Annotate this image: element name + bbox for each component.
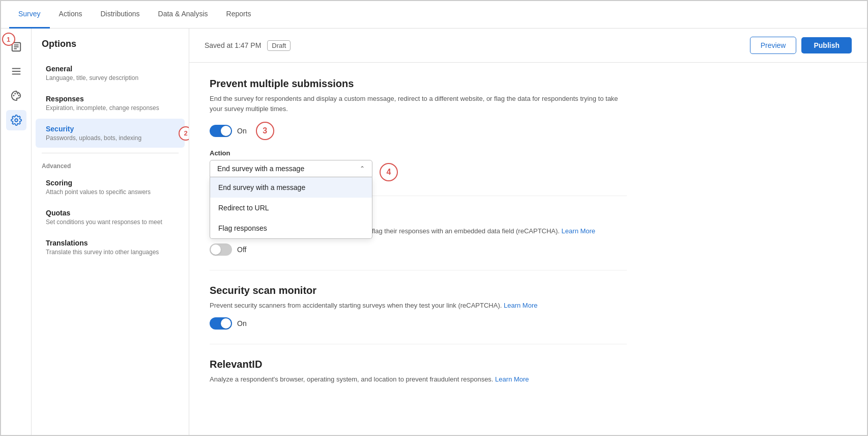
chevron-up-icon: ⌃: [360, 165, 365, 172]
translations-desc: Translate this survey into other languag…: [46, 249, 175, 256]
scoring-desc: Attach point values to specific answers: [46, 188, 175, 196]
action-dropdown-selected[interactable]: End survey with a message ⌃: [210, 160, 372, 177]
security-scan-desc: Prevent security scanners from accidenta…: [210, 301, 627, 311]
preview-button[interactable]: Preview: [750, 37, 797, 54]
annotation-badge-4: 4: [380, 163, 398, 181]
bot-detection-toggle-row: Off: [210, 243, 627, 256]
prevent-multiple-toggle-label: On: [237, 127, 247, 135]
svg-point-8: [14, 93, 16, 95]
main-layout: 1: [1, 29, 867, 435]
security-scan-title: Security scan monitor: [210, 285, 627, 296]
saved-text: Saved at 1:47 PM: [205, 41, 261, 49]
sidebar-item-general[interactable]: General Language, title, survey descript…: [36, 59, 185, 88]
responses-desc: Expiration, incomplete, change responses: [46, 104, 175, 112]
icon-sidebar: 1: [1, 29, 32, 435]
dropdown-row: End survey with a message ⌃ End survey w…: [210, 160, 627, 181]
divider-3: [210, 344, 627, 344]
action-dropdown-menu: End survey with a message Redirect to UR…: [210, 177, 372, 239]
scoring-label: Scoring: [46, 179, 175, 187]
action-label: Action: [210, 149, 627, 157]
sidebar-item-security[interactable]: Security Passwords, uploads, bots, index…: [36, 119, 185, 148]
bot-detection-toggle-label: Off: [237, 246, 246, 254]
nav-tab-data-analysis[interactable]: Data & Analysis: [149, 1, 217, 29]
sidebar-icon-paint[interactable]: [6, 86, 26, 106]
quotas-label: Quotas: [46, 209, 175, 217]
sidebar-item-translations[interactable]: Translations Translate this survey into …: [36, 233, 185, 262]
header-right: Preview Publish: [750, 37, 852, 54]
app-container: Survey Actions Distributions Data & Anal…: [0, 0, 868, 436]
divider-2: [210, 270, 627, 270]
security-scan-toggle-label: On: [237, 319, 247, 328]
prevent-multiple-desc: End the survey for respondents and displ…: [210, 94, 627, 114]
security-scan-learn-more-link[interactable]: Learn More: [504, 302, 537, 309]
dropdown-item-redirect[interactable]: Redirect to URL: [210, 198, 372, 218]
sidebar-icon-list[interactable]: [6, 61, 26, 81]
prevent-multiple-toggle-row: On 3: [210, 122, 627, 140]
sidebar-item-scoring[interactable]: Scoring Attach point values to specific …: [36, 173, 185, 202]
toggle-knob: [221, 126, 231, 136]
dropdown-item-end-survey[interactable]: End survey with a message: [210, 177, 372, 198]
bot-toggle-knob: [211, 244, 221, 255]
action-dropdown-container: End survey with a message ⌃ End survey w…: [210, 160, 372, 177]
svg-point-7: [13, 95, 14, 96]
annotation-badge-1: 1: [2, 33, 15, 46]
advanced-label: Advanced: [32, 158, 189, 172]
security-label: Security: [46, 125, 175, 133]
sidebar-item-responses[interactable]: Responses Expiration, incomplete, change…: [36, 89, 185, 118]
annotation-badge-3: 3: [256, 122, 274, 140]
content-body: Prevent multiple submissions End the sur…: [189, 63, 647, 414]
quotas-desc: Set conditions you want responses to mee…: [46, 219, 175, 226]
dropdown-item-flag[interactable]: Flag responses: [210, 218, 372, 238]
relevantid-desc: Analyze a respondent's browser, operatin…: [210, 374, 627, 385]
header-left: Saved at 1:47 PM Draft: [205, 40, 291, 51]
top-nav: Survey Actions Distributions Data & Anal…: [1, 1, 867, 29]
relevantid-title: RelevantID: [210, 359, 627, 370]
annotation-badge-2: 2: [179, 126, 189, 141]
security-scan-toggle-knob: [221, 318, 231, 329]
relevantid-learn-more-link[interactable]: Learn More: [495, 375, 529, 383]
main-content: Saved at 1:47 PM Draft Preview Publish P…: [189, 29, 867, 435]
nav-tab-survey[interactable]: Survey: [9, 1, 50, 29]
sidebar-icon-settings[interactable]: [6, 110, 26, 130]
dropdown-selected-text: End survey with a message: [217, 165, 304, 173]
options-sidebar: Options General Language, title, survey …: [32, 29, 189, 435]
security-scan-toggle[interactable]: [210, 317, 232, 330]
prevent-multiple-toggle[interactable]: [210, 125, 232, 137]
svg-point-9: [16, 93, 18, 95]
divider: [42, 153, 179, 153]
options-title: Options: [32, 39, 189, 58]
security-scan-section: Security scan monitor Prevent security s…: [210, 285, 627, 330]
publish-button[interactable]: Publish: [801, 37, 852, 53]
relevantid-section: RelevantID Analyze a respondent's browse…: [210, 359, 627, 385]
sidebar-item-quotas[interactable]: Quotas Set conditions you want responses…: [36, 203, 185, 232]
security-desc: Passwords, uploads, bots, indexing: [46, 134, 175, 142]
prevent-multiple-title: Prevent multiple submissions: [210, 78, 627, 90]
nav-tab-distributions[interactable]: Distributions: [92, 1, 149, 29]
bot-detection-toggle[interactable]: [210, 243, 232, 256]
nav-tab-reports[interactable]: Reports: [217, 1, 261, 29]
bot-learn-more-link[interactable]: Learn More: [562, 227, 595, 235]
responses-label: Responses: [46, 95, 175, 103]
nav-tab-actions[interactable]: Actions: [50, 1, 92, 29]
content-header: Saved at 1:47 PM Draft Preview Publish: [189, 29, 867, 63]
svg-point-10: [18, 95, 19, 96]
security-scan-toggle-row: On: [210, 317, 627, 330]
prevent-multiple-section: Prevent multiple submissions End the sur…: [210, 78, 627, 181]
draft-badge: Draft: [267, 40, 291, 51]
general-label: General: [46, 65, 175, 73]
general-desc: Language, title, survey description: [46, 74, 175, 81]
sidebar-icon-survey[interactable]: 1: [6, 37, 26, 57]
translations-label: Translations: [46, 239, 175, 247]
